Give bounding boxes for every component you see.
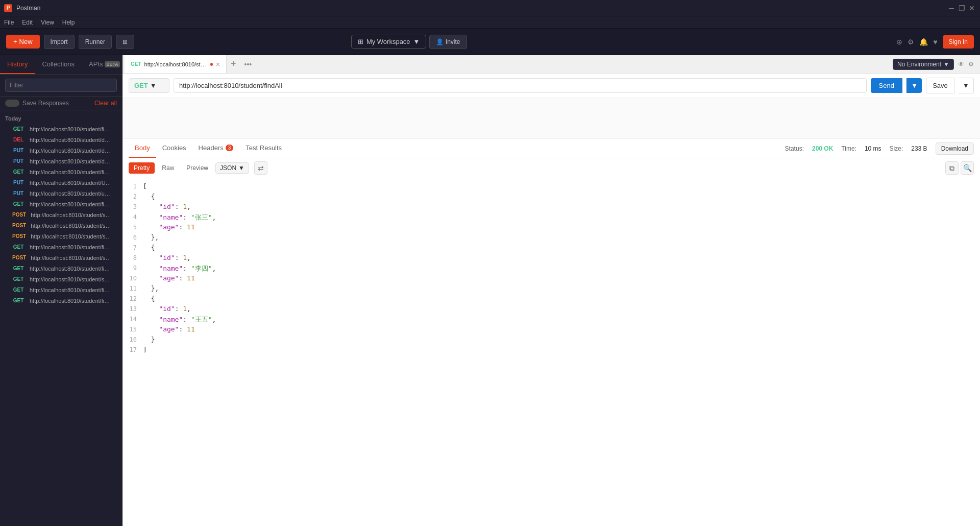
- history-item[interactable]: GET http://localhost:8010/student/findBy…: [5, 284, 117, 295]
- view-tab-pretty[interactable]: Pretty: [129, 162, 155, 174]
- response-section: Body Cookies Headers 3 Test Results Stat…: [122, 139, 980, 526]
- filter-input[interactable]: [5, 79, 117, 92]
- tab-close-button[interactable]: ×: [216, 60, 220, 68]
- workspace-center: ⊞ My Workspace ▼ 👤 Invite: [351, 35, 467, 49]
- history-item[interactable]: POST http://localhost:8010/student/save: [5, 209, 117, 220]
- history-item[interactable]: POST http://localhost:8010/student/save: [5, 220, 117, 231]
- content-area: GET http://localhost:8010/student/fi... …: [122, 55, 980, 526]
- restore-button[interactable]: ❐: [958, 4, 966, 12]
- line-content: },: [143, 284, 980, 295]
- history-item[interactable]: GET http://localhost:8010/student/findAl…: [5, 199, 117, 209]
- invite-button[interactable]: 👤 Invite: [429, 35, 467, 49]
- new-button[interactable]: + New: [6, 35, 40, 49]
- workspace-button[interactable]: ⊞ My Workspace ▼: [351, 35, 427, 49]
- line-number: 1: [122, 182, 143, 193]
- menu-edit[interactable]: Edit: [22, 19, 33, 26]
- code-line: 3 "id": 1,: [122, 203, 980, 213]
- line-content: "name": "张三",: [143, 213, 980, 223]
- history-item[interactable]: GET http://localhost:8010/student/findAl…: [5, 263, 117, 274]
- history-item[interactable]: GET http://localhost:8010/student/save: [5, 274, 117, 284]
- code-line: 10 "age": 11: [122, 274, 980, 284]
- history-url: http://localhost:8010/student/findAll: [30, 201, 112, 207]
- url-input[interactable]: [174, 78, 867, 93]
- history-item[interactable]: DEL http://localhost:8010/student/delete…: [5, 134, 117, 145]
- close-button[interactable]: ✕: [968, 4, 976, 12]
- save-responses-switch[interactable]: [5, 100, 19, 107]
- history-item[interactable]: PUT http://localhost:8010/student/Update: [5, 177, 117, 188]
- size-label: Size:: [890, 145, 903, 152]
- request-tab-active[interactable]: GET http://localhost:8010/student/fi... …: [125, 55, 227, 73]
- copy-response-button[interactable]: ⧉: [945, 161, 959, 175]
- minimize-button[interactable]: ─: [947, 4, 955, 12]
- clear-all-button[interactable]: Clear all: [94, 100, 117, 107]
- workspace-chevron: ▼: [413, 38, 420, 45]
- heart-icon[interactable]: ♥: [933, 38, 937, 46]
- history-item[interactable]: GET http://localhost:8010/student/findAl…: [5, 242, 117, 252]
- method-select[interactable]: GET ▼: [129, 78, 169, 93]
- send-button[interactable]: Send: [871, 78, 902, 93]
- tab-history[interactable]: History: [0, 55, 35, 74]
- menu-file[interactable]: File: [4, 19, 14, 26]
- date-label: Today: [5, 115, 117, 122]
- send-dropdown-button[interactable]: ▼: [906, 78, 922, 93]
- toolbar-right-icons: ⊕ ⚙ 🔔 ♥ Sign In: [896, 35, 974, 49]
- history-url: http://localhost:8010/student/update: [30, 190, 112, 197]
- history-item[interactable]: GET http://localhost:8010/student/findAl…: [5, 295, 117, 306]
- code-line: 4 "name": "张三",: [122, 213, 980, 223]
- history-item[interactable]: POST http://localhost:8010/student/save: [5, 252, 117, 263]
- view-tab-raw[interactable]: Raw: [157, 162, 179, 174]
- json-format-select[interactable]: JSON ▼: [215, 162, 249, 174]
- tab-collections[interactable]: Collections: [35, 55, 82, 74]
- history-list: GET http://localhost:8010/student/findAl…: [5, 124, 117, 306]
- save-dropdown-button[interactable]: ▼: [959, 78, 974, 93]
- settings-icon[interactable]: ⚙: [908, 38, 914, 46]
- method-badge: GET: [10, 169, 27, 175]
- response-tab-test-results[interactable]: Test Results: [239, 139, 288, 158]
- add-tab-button[interactable]: +: [227, 59, 240, 69]
- response-tab-body[interactable]: Body: [129, 139, 156, 158]
- search-icon[interactable]: ⊕: [896, 38, 902, 46]
- history-item[interactable]: POST http://localhost:8010/student/save: [5, 231, 117, 242]
- save-button[interactable]: Save: [926, 78, 954, 93]
- line-content: "age": 11: [143, 223, 980, 233]
- save-responses-toggle: Save Responses: [5, 100, 69, 107]
- environment-dropdown[interactable]: No Environment ▼: [893, 59, 954, 70]
- history-item[interactable]: PUT http://localhost:8010/student/delete…: [5, 145, 117, 156]
- runner-button[interactable]: Runner: [79, 35, 112, 49]
- import-button[interactable]: Import: [44, 35, 75, 49]
- more-tabs-button[interactable]: •••: [240, 60, 256, 68]
- env-settings-icon[interactable]: ⚙: [968, 61, 974, 68]
- line-content: "id": 1,: [143, 305, 980, 315]
- line-content: "name": "李四",: [143, 264, 980, 274]
- sign-in-button[interactable]: Sign In: [943, 35, 974, 49]
- code-line: 14 "name": "王五",: [122, 315, 980, 325]
- toolbar: + New Import Runner ⊞ ⊞ My Workspace ▼ 👤…: [0, 29, 980, 55]
- history-url: http://localhost:8010/student/findAll: [30, 169, 112, 175]
- layout-button[interactable]: ⊞: [116, 35, 134, 49]
- method-badge: PUT: [10, 190, 27, 197]
- history-item[interactable]: GET http://localhost:8010/student/findAl…: [5, 124, 117, 134]
- code-line: 8 "id": 1,: [122, 254, 980, 264]
- download-button[interactable]: Download: [936, 142, 974, 155]
- line-number: 6: [122, 233, 143, 244]
- code-line: 16 }: [122, 336, 980, 346]
- code-line: 15 "age": 11: [122, 325, 980, 336]
- response-tab-cookies[interactable]: Cookies: [156, 139, 192, 158]
- menu-help[interactable]: Help: [62, 19, 75, 26]
- env-eye-icon[interactable]: 👁: [958, 61, 964, 68]
- history-item[interactable]: GET http://localhost:8010/student/findAl…: [5, 166, 117, 177]
- search-response-button[interactable]: 🔍: [961, 161, 974, 175]
- menu-view[interactable]: View: [41, 19, 54, 26]
- line-content: }: [143, 336, 980, 346]
- history-item[interactable]: PUT http://localhost:8010/student/delete…: [5, 156, 117, 166]
- view-tab-preview[interactable]: Preview: [181, 162, 213, 174]
- history-item[interactable]: PUT http://localhost:8010/student/update: [5, 188, 117, 199]
- json-chevron-icon: ▼: [238, 164, 244, 172]
- response-tab-headers[interactable]: Headers 3: [192, 139, 240, 158]
- notification-icon[interactable]: 🔔: [919, 38, 928, 46]
- response-view-tabs-bar: Pretty Raw Preview JSON ▼ ⇄ ⧉ 🔍: [122, 158, 980, 178]
- tab-apis[interactable]: APIs BETA: [82, 55, 127, 74]
- method-badge: PUT: [10, 158, 27, 164]
- wrap-text-button[interactable]: ⇄: [254, 161, 267, 175]
- tab-url: http://localhost:8010/student/fi...: [144, 61, 207, 67]
